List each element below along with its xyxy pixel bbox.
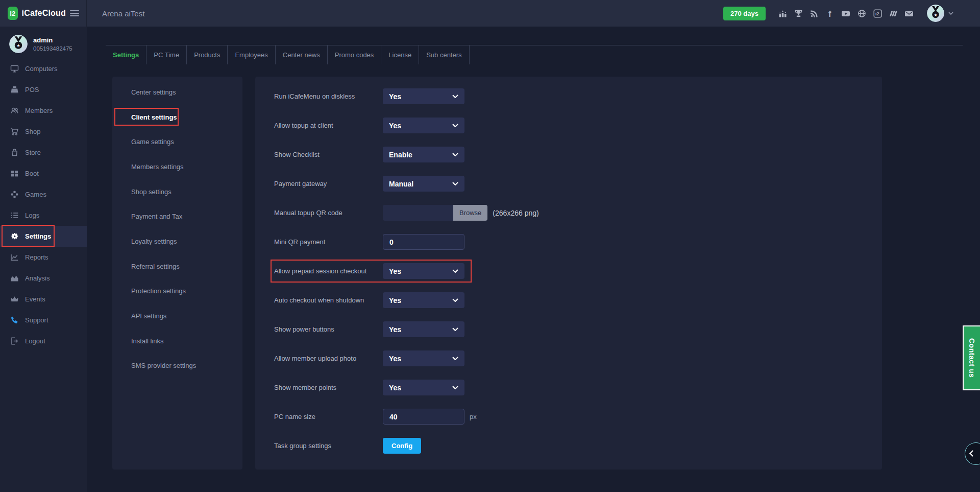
- show-member-points-select[interactable]: Yes: [383, 380, 464, 395]
- menu-item-payment-and-tax[interactable]: Payment and Tax: [112, 204, 242, 229]
- rss-icon[interactable]: [810, 9, 819, 18]
- license-days-badge[interactable]: 270 days: [723, 7, 766, 20]
- show-checklist-select[interactable]: Enable: [383, 147, 464, 162]
- pc-name-size-input[interactable]: [383, 409, 464, 425]
- sidebar-item-shop[interactable]: Shop: [0, 121, 87, 142]
- tab-sub-centers[interactable]: Sub centers: [419, 45, 469, 64]
- client-settings-form: Run iCafeMenu on diskless Yes Allow topu…: [255, 77, 882, 470]
- sidebar-item-boot[interactable]: Boot: [0, 163, 87, 184]
- tab-center-news[interactable]: Center news: [276, 45, 328, 64]
- field-label: Allow topup at client: [274, 122, 383, 129]
- field-label: Allow member upload photo: [274, 355, 383, 362]
- menu-item-protection-settings[interactable]: Protection settings: [112, 279, 242, 304]
- sidebar-item-logout[interactable]: Logout: [0, 331, 87, 352]
- form-row: Allow prepaid session checkout Yes: [274, 263, 882, 279]
- menu-item-center-settings[interactable]: Center settings: [112, 80, 242, 105]
- contact-us-tab[interactable]: Contact us: [963, 325, 980, 390]
- sidebar-item-members[interactable]: Members: [0, 100, 87, 121]
- field-label: Show member points: [274, 384, 383, 391]
- youtube-icon[interactable]: [841, 9, 850, 18]
- chevron-down-icon: [452, 182, 458, 185]
- menu-item-members-settings[interactable]: Members settings: [112, 154, 242, 179]
- menu-item-referral-settings[interactable]: Referral settings: [112, 254, 242, 279]
- user-avatar[interactable]: ★: [9, 35, 28, 53]
- sidebar-item-settings[interactable]: Settings: [0, 226, 87, 247]
- payment-gateway-select[interactable]: Manual: [383, 176, 464, 192]
- select-value: Enable: [389, 151, 412, 159]
- globe-icon[interactable]: [857, 9, 866, 18]
- field-label: Show power buttons: [274, 325, 383, 333]
- px-suffix: px: [470, 413, 477, 420]
- show-power-buttons-select[interactable]: Yes: [383, 321, 464, 337]
- hamburger-menu-icon[interactable]: [70, 9, 79, 18]
- ranking-icon[interactable]: [778, 9, 787, 18]
- icafecloud-icon[interactable]: i2: [873, 9, 882, 18]
- allow-prepaid-session-checkout-select[interactable]: Yes: [383, 263, 464, 279]
- select-value: Yes: [389, 296, 401, 304]
- avatar[interactable]: ★: [927, 5, 944, 22]
- select-value: Yes: [389, 325, 401, 334]
- allow-topup-client-select[interactable]: Yes: [383, 118, 464, 133]
- layers-icon[interactable]: [889, 9, 898, 18]
- sidebar-item-reports[interactable]: Reports: [0, 247, 87, 268]
- form-row: Show Checklist Enable: [274, 147, 882, 162]
- tab-promo-codes[interactable]: Promo codes: [328, 45, 382, 64]
- allow-member-upload-photo-select[interactable]: Yes: [383, 350, 464, 366]
- brand-name: iCafeCloud: [22, 9, 66, 18]
- field-label: Payment gateway: [274, 180, 383, 188]
- chevron-down-icon: [452, 327, 458, 331]
- sidebar-item-support[interactable]: Support: [0, 310, 87, 331]
- chevron-down-icon[interactable]: [948, 12, 953, 15]
- field-label: Run iCafeMenu on diskless: [274, 92, 383, 100]
- browse-button[interactable]: Browse: [453, 205, 487, 221]
- menu-item-game-settings[interactable]: Game settings: [112, 129, 242, 154]
- icafecloud-logo-icon: i2: [8, 7, 18, 20]
- run-icafemenu-diskless-select[interactable]: Yes: [383, 88, 464, 104]
- tab-products[interactable]: Products: [187, 45, 228, 64]
- trophy-icon[interactable]: [794, 9, 803, 18]
- menu-item-api-settings[interactable]: API settings: [112, 303, 242, 329]
- members-icon: [10, 106, 19, 115]
- menu-item-loyalty-settings[interactable]: Loyalty settings: [112, 229, 242, 254]
- sidebar-item-analysis[interactable]: Analysis: [0, 268, 87, 289]
- menu-item-sms-provider-settings[interactable]: SMS provider settings: [112, 354, 242, 379]
- select-value: Manual: [389, 180, 413, 188]
- sidebar-item-pos[interactable]: POS: [0, 79, 87, 100]
- sidebar-item-logs[interactable]: Logs: [0, 205, 87, 226]
- chart-area-icon: [10, 274, 19, 283]
- form-row: Payment gateway Manual: [274, 176, 882, 192]
- menu-item-install-links[interactable]: Install links: [112, 329, 242, 354]
- manual-topup-qr-file-group: Browse: [383, 205, 487, 221]
- sidebar-item-computers[interactable]: Computers: [0, 58, 87, 79]
- field-label: Auto checkout when shutdown: [274, 296, 383, 304]
- manual-topup-qr-input[interactable]: [383, 205, 453, 221]
- menu-item-shop-settings[interactable]: Shop settings: [112, 179, 242, 204]
- field-label: Task group settings: [274, 442, 383, 450]
- pos-icon: [10, 85, 19, 94]
- chevron-down-icon: [452, 95, 458, 98]
- chevron-down-icon: [452, 124, 458, 127]
- mail-icon[interactable]: [904, 9, 914, 18]
- sidebar-item-events[interactable]: Events: [0, 289, 87, 310]
- tab-employees[interactable]: Employees: [228, 45, 275, 64]
- facebook-icon[interactable]: f: [825, 9, 835, 18]
- field-label: Mini QR payment: [274, 238, 383, 246]
- auto-checkout-shutdown-select[interactable]: Yes: [383, 292, 464, 308]
- field-label: Show Checklist: [274, 151, 383, 158]
- tab-settings[interactable]: Settings: [106, 45, 146, 64]
- menu-item-client-settings[interactable]: Client settings: [112, 105, 242, 130]
- sidebar-item-store[interactable]: Store: [0, 142, 87, 163]
- tab-bar: Settings PC Time Products Employees Cent…: [106, 45, 963, 64]
- sidebar-item-games[interactable]: Games: [0, 184, 87, 205]
- crown-icon: [10, 295, 19, 303]
- svg-text:★: ★: [934, 13, 937, 17]
- task-group-config-button[interactable]: Config: [383, 438, 421, 454]
- mini-qr-payment-input[interactable]: [383, 234, 464, 250]
- form-row: PC name size px: [274, 409, 882, 425]
- phone-icon: [10, 316, 19, 324]
- tab-license[interactable]: License: [381, 45, 419, 64]
- tab-pc-time[interactable]: PC Time: [146, 45, 187, 64]
- gamepad-icon: [10, 190, 19, 199]
- settings-menu-card: Center settings Client settings Game set…: [112, 77, 242, 470]
- select-value: Yes: [389, 355, 401, 363]
